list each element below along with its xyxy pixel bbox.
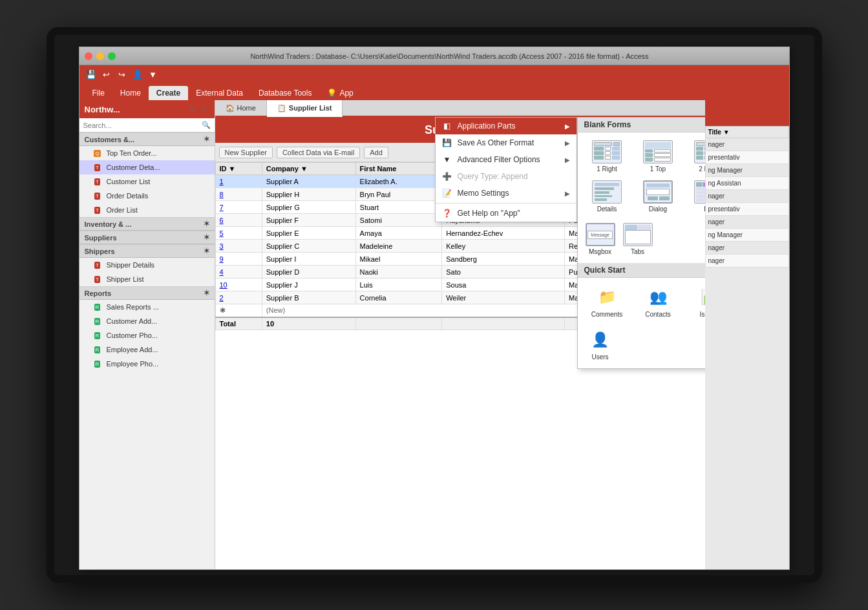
qs-item-issues[interactable]: 📊 Issues xyxy=(685,283,705,321)
right-table-row: nager xyxy=(705,242,789,255)
panel-item-dialog[interactable]: Dialog xyxy=(634,178,683,215)
cell-company: Supplier B xyxy=(262,291,355,304)
title-bar: NorthWind Traders : Database- C:\Users\K… xyxy=(79,47,789,65)
nav-item-label: Employee Pho... xyxy=(107,360,159,368)
dropdown-icon[interactable]: ▼ xyxy=(147,68,160,81)
right-cell: nager xyxy=(705,216,789,229)
nav-item-customer-pho[interactable]: R Customer Pho... xyxy=(79,328,215,342)
cell-last-name: Sandberg xyxy=(442,253,565,266)
nav-item-order-details[interactable]: T Order Details xyxy=(79,189,215,203)
nav-section-suppliers[interactable]: Suppliers ✶ xyxy=(79,231,215,244)
cell-company: Supplier C xyxy=(262,240,355,253)
nav-item-top-ten-orders[interactable]: Q Top Ten Order... xyxy=(79,146,215,160)
nav-section-label: Inventory & ... xyxy=(85,220,132,228)
col-first-name[interactable]: First Name xyxy=(355,163,442,175)
access-window: NorthWind Traders : Database- C:\Users\K… xyxy=(79,47,790,570)
panel-item-list[interactable]: List xyxy=(685,178,705,215)
right-table-row: nager xyxy=(705,138,789,151)
qs-item-users[interactable]: 👤 Users xyxy=(583,326,618,363)
right-table-row: nager xyxy=(705,190,789,203)
col-id[interactable]: ID ▼ xyxy=(215,163,262,175)
table-icon: T xyxy=(92,205,103,215)
menu-item-memo-settings[interactable]: 📝 Memo Settings ▶ xyxy=(436,185,577,202)
nav-section-toggle[interactable]: ✶ xyxy=(204,233,209,242)
tab-database-tools[interactable]: Database Tools xyxy=(251,86,320,100)
doc-area: 🏠 Home 📋 Supplier List Supplier List New… xyxy=(215,100,705,569)
doc-tab-supplier-list[interactable]: 📋 Supplier List xyxy=(267,100,343,117)
new-supplier-button[interactable]: New Supplier xyxy=(219,147,273,158)
nav-item-label: Customer Add... xyxy=(107,317,158,325)
tab-home[interactable]: Home xyxy=(112,86,149,100)
nav-item-employee-add[interactable]: R Employee Add... xyxy=(79,342,215,357)
tab-create[interactable]: Create xyxy=(149,86,188,100)
tab-file[interactable]: File xyxy=(85,86,112,100)
right-cell: presentativ xyxy=(705,203,789,216)
nav-section-toggle[interactable]: ✶ xyxy=(204,135,209,143)
nav-item-customer-details[interactable]: T Customer Deta... xyxy=(79,160,215,174)
users-label: Users xyxy=(591,353,608,361)
qs-item-contacts[interactable]: 👥 Contacts xyxy=(634,283,683,321)
1-right-icon xyxy=(592,140,622,163)
cell-id: 6 xyxy=(215,214,262,227)
nav-item-employee-pho[interactable]: R Employee Pho... xyxy=(79,357,215,371)
undo-icon[interactable]: ↩ xyxy=(100,68,113,81)
right-header-bar xyxy=(705,100,789,126)
nav-section-reports[interactable]: Reports ✶ xyxy=(79,286,215,300)
nav-section-toggle[interactable]: ✶ xyxy=(204,289,209,297)
dialog-icon xyxy=(643,180,673,204)
nav-section-toggle[interactable]: ✶ xyxy=(204,220,209,228)
cell-id: 2 xyxy=(215,291,262,304)
nav-item-order-list[interactable]: T Order List xyxy=(79,203,215,217)
panel-item-tabs[interactable]: Tabs xyxy=(620,220,655,258)
arrow-icon: ▶ xyxy=(565,156,570,163)
nav-item-shipper-details[interactable]: T Shipper Details xyxy=(79,258,215,272)
cell-id: 4 xyxy=(215,266,262,279)
panel-item-1-right[interactable]: 1 Right xyxy=(583,138,631,175)
nav-section-shippers[interactable]: Shippers ✶ xyxy=(79,244,215,258)
nav-menu-icon[interactable]: ☰ xyxy=(187,104,198,114)
qs-item-comments[interactable]: 📁 Comments xyxy=(583,283,631,321)
nav-item-label: Customer Deta... xyxy=(107,163,160,171)
nav-item-label: Customer Pho... xyxy=(107,331,158,339)
nav-item-label: Shipper Details xyxy=(107,261,155,269)
report-icon: R xyxy=(92,359,103,369)
table-icon: T xyxy=(92,260,103,270)
search-input[interactable] xyxy=(83,121,202,129)
right-table-row: ng Manager xyxy=(705,164,789,177)
menu-item-label: Advanced Filter Options xyxy=(458,155,540,164)
menu-item-application-parts[interactable]: ◧ Application Parts ▶ xyxy=(436,118,577,134)
cell-total-value: 10 xyxy=(262,317,355,330)
menu-item-label: Application Parts xyxy=(458,121,516,131)
arrow-icon: ▶ xyxy=(565,190,570,197)
arrow-icon: ▶ xyxy=(565,140,570,147)
panel-item-1-top[interactable]: 1 Top xyxy=(634,138,683,175)
panel-item-msgbox[interactable]: Message Msgbox xyxy=(583,220,618,258)
menu-item-advanced-filter[interactable]: ▼ Advanced Filter Options ▶ xyxy=(436,151,577,168)
panel-item-2-right[interactable]: 2 Right xyxy=(685,138,705,175)
col-company[interactable]: Company ▼ xyxy=(262,163,355,175)
add-button[interactable]: Add xyxy=(364,147,388,158)
right-col-title: Title ▼ xyxy=(705,127,789,138)
nav-item-label: Shipper List xyxy=(107,275,144,283)
tab-app[interactable]: 💡 App xyxy=(319,86,361,100)
doc-tab-home[interactable]: 🏠 Home xyxy=(215,100,267,116)
home-tab-label: Home xyxy=(237,104,256,112)
nav-item-customer-list[interactable]: T Customer List xyxy=(79,174,215,189)
redo-icon[interactable]: ↪ xyxy=(116,68,129,81)
nav-section-inventory[interactable]: Inventory & ... ✶ xyxy=(79,217,215,231)
save-icon[interactable]: 💾 xyxy=(85,68,98,81)
menu-item-get-help[interactable]: ❓ Get Help on "App" xyxy=(436,205,577,222)
right-cell: nager xyxy=(705,190,789,203)
tab-external-data[interactable]: External Data xyxy=(188,86,251,100)
nav-item-customer-add[interactable]: R Customer Add... xyxy=(79,314,215,328)
panel-item-details[interactable]: Details xyxy=(583,178,631,215)
user-icon[interactable]: 👤 xyxy=(131,68,144,81)
collect-data-button[interactable]: Collect Data via E-mail xyxy=(277,147,360,158)
nav-collapse-icon[interactable]: « xyxy=(199,104,209,114)
nav-section-toggle[interactable]: ✶ xyxy=(204,247,209,255)
nav-section-customers[interactable]: Customers &... ✶ xyxy=(79,132,215,146)
menu-item-save-other-format[interactable]: 💾 Save As Other Format ▶ xyxy=(436,134,577,151)
nav-item-shipper-list[interactable]: T Shipper List xyxy=(79,272,215,286)
report-icon: R xyxy=(92,302,103,312)
nav-item-sales-reports[interactable]: R Sales Reports ... xyxy=(79,300,215,314)
